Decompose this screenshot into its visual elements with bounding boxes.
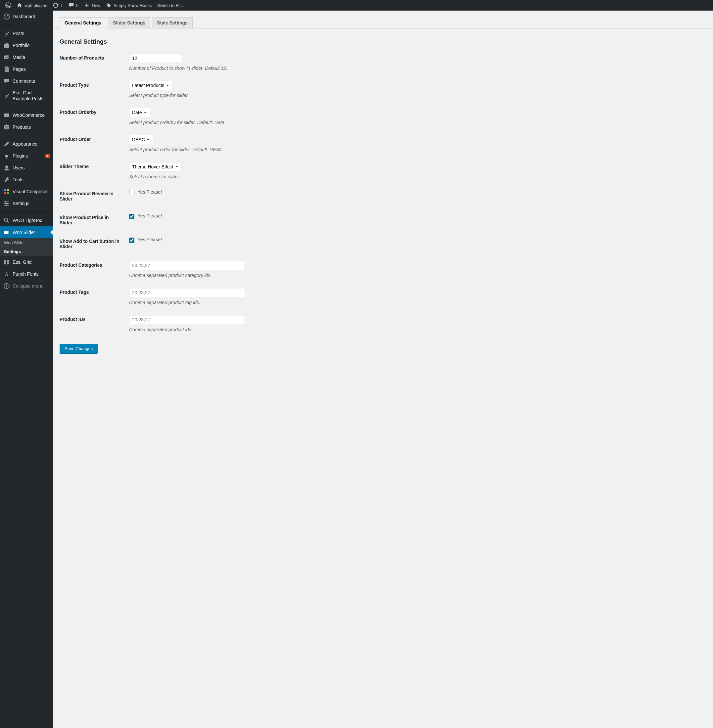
label-orderby: Product Orderby [60,103,126,130]
select-orderby[interactable]: Date [129,108,150,117]
box-icon [3,124,10,130]
sidebar-item-label: Pages [13,66,50,72]
sidebar-item-label: Plugins [13,153,41,159]
checkbox-review[interactable] [129,190,134,195]
vc-icon [3,188,10,195]
wordpress-icon [5,2,11,8]
sidebar-item-products[interactable]: Products [0,121,53,133]
dashboard-icon [3,13,10,20]
select-order[interactable]: DESC [129,135,153,144]
pin-icon [3,30,10,37]
sidebar-item-label: Tools [13,177,50,183]
rtl-label: Switch to RTL [157,3,184,8]
wp-logo[interactable] [3,0,14,10]
sidebar-item-label: Posts [13,30,50,36]
sliders-icon [3,200,10,207]
comment-icon [68,2,74,8]
sidebar-item-users[interactable]: Users [0,162,53,174]
label-ids: Product IDs [60,310,126,337]
checklabel-cart[interactable]: Yes Please! [138,237,162,242]
sidebar-item-plugins[interactable]: Plugins1 [0,150,53,162]
label-cats: Product Categories [60,256,126,283]
grid-icon [3,259,10,265]
pin-icon [3,92,10,99]
sidebar-item-portfolio[interactable]: Portfolio [0,39,53,51]
input-cats[interactable] [129,261,245,270]
sidebar-item-settings[interactable]: Settings [0,198,53,210]
desc-product-type: Select product type for slider. [129,93,703,98]
sidebar-item-label: Settings [13,201,50,207]
checklabel-review[interactable]: Yes Please! [138,189,162,195]
sidebar-item-collapse-menu[interactable]: Collapse menu [0,280,53,292]
sidebar-item-label: Portfolio [13,42,50,48]
sidebar-item-woo-slider[interactable]: Woo Slider [0,226,53,238]
desc-ids: Comma separated product ids. [129,327,703,332]
tab-style[interactable]: Style Settings [152,17,192,28]
refresh-icon [53,2,58,8]
sidebar-item-comments[interactable]: Comments [0,75,53,87]
sidebar-item-dashboard[interactable]: Dashboard [0,10,53,22]
label-tags: Product Tags [60,283,126,310]
sidebar-item-ess-grid[interactable]: Ess. Grid [0,256,53,268]
tag-icon [106,2,112,8]
collapse-icon [3,283,10,289]
sidebar-item-label: Woo Slider [13,229,50,235]
sidebar-item-label: Visual Composer [13,189,50,195]
label-review: Show Product Review in Slider [60,184,126,208]
submenu-item-woo-slider[interactable]: Woo Slider [0,238,53,247]
pages-icon [3,66,10,73]
sidebar-item-label: Products [13,124,50,130]
input-ids[interactable] [129,315,245,324]
desc-tags: Comma separated product tag ids. [129,300,703,305]
submenu-item-settings[interactable]: Settings [0,247,53,256]
sidebar-item-posts[interactable]: Posts [0,27,53,39]
desc-num-products: Number of Product to show in slider. Def… [129,66,703,71]
new-label: New [92,3,100,8]
sidebar-item-woocommerce[interactable]: WooCommerce [0,109,53,121]
input-num-products[interactable] [129,54,182,63]
desc-order: Select product order for slider. Default… [129,147,703,152]
sidebar-item-label: Ess. Grid Example Posts [13,90,50,101]
label-cart: Show Add to Cart button in Slider [60,232,126,256]
desc-orderby: Select product orderby for slider. Defau… [129,120,703,125]
sidebar-separator [0,135,53,136]
input-tags[interactable] [129,288,245,297]
sidebar-separator [0,211,53,213]
sidebar-item-media[interactable]: Media [0,51,53,63]
sidebar-item-tools[interactable]: Tools [0,174,53,186]
portfolio-icon [3,42,10,49]
woo-icon [3,112,10,119]
select-theme[interactable]: Theme Hover Effect [129,162,182,171]
checklabel-price[interactable]: Yes Please! [138,213,162,219]
search-icon [3,217,10,224]
sidebar-item-punch-fonts[interactable]: Punch Fonts [0,268,53,280]
sidebar-item-label: Appearance [13,141,50,147]
sidebar-item-visual-composer[interactable]: Visual Composer [0,186,53,198]
updates-link[interactable]: 1 [50,0,66,10]
comments-link[interactable]: 0 [66,0,81,10]
sidebar-item-woo-lighbox[interactable]: WOO LighBox [0,214,53,226]
sidebar-item-appearance[interactable]: Appearance [0,138,53,150]
tab-slider[interactable]: Slider Settings [108,17,150,28]
home-icon [16,2,22,8]
rtl-link[interactable]: Switch to RTL [155,0,187,10]
label-num-products: Number of Products [60,49,126,76]
new-link[interactable]: New [81,0,103,10]
sidebar-item-pages[interactable]: Pages [0,63,53,75]
media-icon [3,54,10,61]
main-content: General Settings Slider Settings Style S… [53,10,713,728]
sidebar-item-ess-grid-example-posts[interactable]: Ess. Grid Example Posts [0,87,53,104]
select-product-type[interactable]: Latest Products [129,81,173,90]
checkbox-price[interactable] [129,214,134,219]
sidebar-item-label: Dashboard [13,13,50,19]
checkbox-cart[interactable] [129,238,134,243]
comments-count: 0 [76,3,78,8]
save-button[interactable]: Save Changes [60,344,98,353]
hooks-link[interactable]: Simply Show Hooks [103,0,155,10]
sidebar-item-label: WOO LighBox [13,217,50,223]
plug-icon [3,153,10,159]
site-link[interactable]: wpb plugins [14,0,50,10]
updates-count: 1 [61,3,63,8]
admin-bar: wpb plugins 1 0 New Simply Show Hooks Sw… [0,0,713,10]
tab-general[interactable]: General Settings [60,17,106,28]
